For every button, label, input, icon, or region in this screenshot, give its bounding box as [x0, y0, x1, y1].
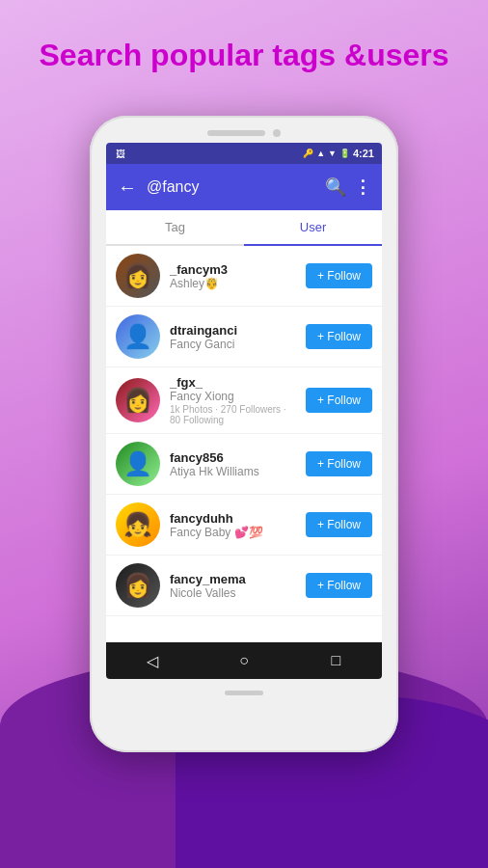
- follow-button[interactable]: + Follow: [306, 451, 372, 476]
- list-item: 👧 fancyduhh Fancy Baby 💕💯 + Follow: [106, 495, 382, 556]
- follow-button[interactable]: + Follow: [306, 573, 372, 598]
- avatar: 👤: [116, 442, 160, 486]
- user-stats: 1k Photos · 270 Followers · 80 Following: [170, 404, 296, 425]
- status-right-icons: 🔑 ▲ ▼ 🔋 4:21: [303, 148, 374, 159]
- list-item: 👩 _fancym3 Ashley🤴 + Follow: [106, 246, 382, 307]
- phone-speaker: [207, 130, 265, 136]
- phone-top: [90, 116, 398, 143]
- tab-bar: Tag User: [106, 210, 382, 246]
- status-bar: 🖼 🔑 ▲ ▼ 🔋 4:21: [106, 143, 382, 164]
- home-indicator: [225, 691, 263, 695]
- user-info: _fancym3 Ashley🤴: [170, 262, 296, 290]
- user-info: fancy_mema Nicole Valles: [170, 572, 296, 600]
- list-item: 👩 fancy_mema Nicole Valles + Follow: [106, 556, 382, 616]
- user-name: Fancy Xiong: [170, 390, 296, 403]
- phone-nav: ◁ ○ □: [106, 642, 382, 679]
- user-handle: _fgx_: [170, 375, 296, 390]
- battery-icon: 🔋: [339, 149, 350, 158]
- phone-camera: [273, 129, 281, 137]
- user-handle: _fancym3: [170, 262, 296, 277]
- nav-home-button[interactable]: ○: [230, 652, 258, 669]
- more-icon[interactable]: ⋮: [354, 176, 372, 198]
- search-query-title: @fancy: [147, 178, 317, 196]
- signal-icon: ▲: [316, 149, 325, 158]
- user-name: Nicole Valles: [170, 586, 296, 600]
- page-title: Search popular tags &users: [0, 37, 488, 73]
- follow-button[interactable]: + Follow: [306, 324, 372, 349]
- back-button[interactable]: ←: [116, 176, 139, 199]
- follow-button[interactable]: + Follow: [306, 388, 372, 413]
- wifi-icon: ▼: [328, 149, 337, 158]
- list-item: 👤 fancy856 Atiya Hk Williams + Follow: [106, 434, 382, 495]
- list-item: 👤 dtrainganci Fancy Ganci + Follow: [106, 307, 382, 367]
- list-item: 👩 _fgx_ Fancy Xiong 1k Photos · 270 Foll…: [106, 367, 382, 434]
- user-handle: dtrainganci: [170, 323, 296, 338]
- nav-back-button[interactable]: ◁: [138, 652, 167, 670]
- user-info: _fgx_ Fancy Xiong 1k Photos · 270 Follow…: [170, 375, 296, 425]
- app-bar: ← @fancy 🔍 ⋮: [106, 164, 382, 210]
- phone-frame: 🖼 🔑 ▲ ▼ 🔋 4:21 ← @fancy 🔍 ⋮ Tag User: [90, 116, 398, 752]
- phone-bottom: [225, 679, 263, 711]
- user-info: fancyduhh Fancy Baby 💕💯: [170, 511, 296, 539]
- user-list: 👩 _fancym3 Ashley🤴 + Follow 👤 dtrainganc…: [106, 246, 382, 642]
- status-time: 4:21: [353, 148, 374, 159]
- avatar: 👩: [116, 563, 160, 608]
- user-handle: fancy_mema: [170, 572, 296, 586]
- user-name: Atiya Hk Williams: [170, 465, 296, 478]
- user-name: Ashley🤴: [170, 277, 296, 290]
- avatar: 👩: [116, 254, 160, 298]
- avatar: 👤: [116, 314, 160, 359]
- tab-tag[interactable]: Tag: [106, 210, 244, 244]
- nav-recent-button[interactable]: □: [321, 652, 350, 669]
- phone-screen: 🖼 🔑 ▲ ▼ 🔋 4:21 ← @fancy 🔍 ⋮ Tag User: [106, 143, 382, 679]
- follow-button[interactable]: + Follow: [306, 512, 372, 537]
- user-name: Fancy Baby 💕💯: [170, 526, 296, 539]
- search-icon[interactable]: 🔍: [325, 176, 346, 198]
- user-info: dtrainganci Fancy Ganci: [170, 323, 296, 351]
- tab-user[interactable]: User: [244, 210, 382, 244]
- follow-button[interactable]: + Follow: [306, 263, 372, 288]
- image-icon: 🖼: [114, 147, 127, 160]
- key-icon: 🔑: [303, 149, 313, 158]
- user-handle: fancyduhh: [170, 511, 296, 526]
- user-info: fancy856 Atiya Hk Williams: [170, 450, 296, 478]
- avatar: 👧: [116, 502, 160, 547]
- user-name: Fancy Ganci: [170, 338, 296, 351]
- avatar: 👩: [116, 378, 160, 422]
- user-handle: fancy856: [170, 450, 296, 465]
- status-left-icons: 🖼: [114, 147, 127, 160]
